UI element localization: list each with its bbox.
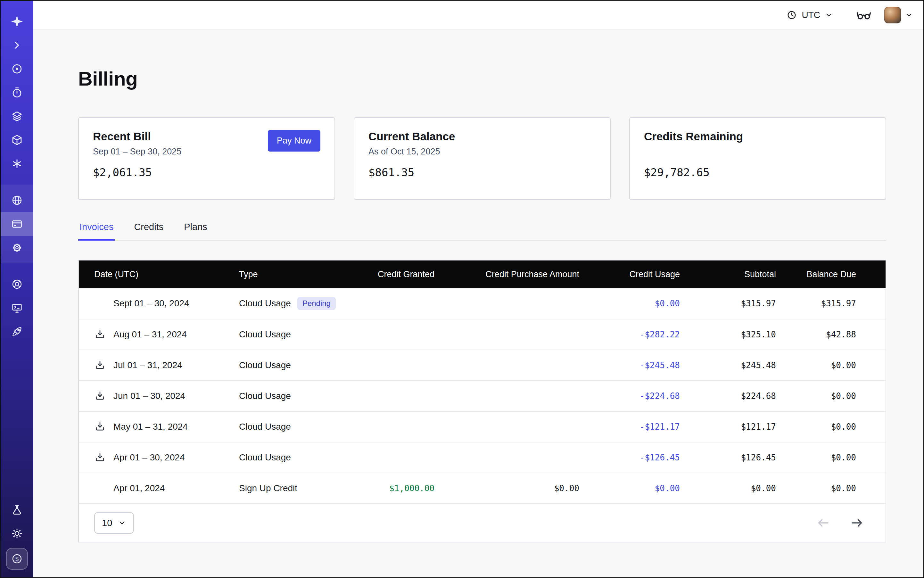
col-header-balance-due: Balance Due: [776, 270, 887, 279]
glasses-icon[interactable]: [856, 9, 872, 21]
subtotal-cell: $245.48: [680, 360, 776, 370]
credit-usage-cell: $0.00: [579, 299, 680, 308]
balance-due-cell: $42.88: [776, 330, 887, 339]
prev-page-button[interactable]: [816, 516, 830, 530]
download-invoice-button[interactable]: [94, 452, 114, 463]
card-period: Sep 01 – Sep 30, 2025: [93, 147, 181, 157]
sun-icon[interactable]: [11, 521, 23, 546]
date-cell: Aug 01 – 31, 2024: [79, 329, 239, 340]
sidebar-account-group: [1, 185, 33, 263]
invoice-type: Cloud Usage: [239, 391, 291, 401]
download-invoice-button[interactable]: [94, 359, 114, 371]
balance-due-cell: $0.00: [776, 453, 887, 462]
table-row: Apr 01, 2024 Sign Up Credit $1,000.00 $0…: [79, 472, 885, 503]
rocket-icon[interactable]: [1, 320, 33, 343]
subtotal-cell: $121.17: [680, 422, 776, 432]
invoice-date: Jun 01 – 30, 2024: [114, 391, 185, 401]
subtotal-cell: $325.10: [680, 330, 776, 339]
table-body: Sept 01 – 30, 2024 Cloud Usage Pending $…: [79, 288, 885, 503]
col-header-type: Type: [239, 270, 354, 279]
pay-now-button[interactable]: Pay Now: [268, 130, 320, 151]
balance-due-cell: $0.00: [776, 422, 887, 432]
asterisk-icon[interactable]: [1, 152, 33, 175]
invoices-table: Date (UTC) Type Credit Granted Credit Pu…: [78, 260, 886, 542]
main-area: UTC Billing Recen: [33, 1, 923, 577]
recent-bill-card: Recent Bill Sep 01 – Sep 30, 2025 Pay No…: [78, 117, 335, 200]
gear-icon[interactable]: [1, 236, 33, 260]
flask-icon[interactable]: [11, 498, 23, 521]
type-cell: Cloud Usage: [239, 422, 354, 432]
date-cell: Apr 01 – 30, 2024: [79, 452, 239, 463]
credit-purchase-cell: $0.00: [434, 484, 579, 493]
sidebar-bottom: $: [1, 498, 33, 577]
invoice-type: Sign Up Credit: [239, 483, 297, 494]
card-as-of: As of Oct 15, 2025: [369, 147, 455, 157]
balance-due-cell: $315.97: [776, 299, 887, 308]
sidebar: $: [1, 1, 33, 577]
monitor-icon[interactable]: [1, 296, 33, 320]
credits-coin-icon[interactable]: $: [6, 548, 28, 570]
clock-icon: [786, 10, 797, 21]
table-row: Jun 01 – 30, 2024 Cloud Usage -$224.68 $…: [79, 380, 885, 411]
download-invoice-button[interactable]: [94, 390, 114, 402]
tab-invoices[interactable]: Invoices: [78, 217, 115, 240]
type-cell: Cloud Usage: [239, 452, 354, 463]
summary-cards: Recent Bill Sep 01 – Sep 30, 2025 Pay No…: [78, 117, 886, 200]
credit-usage-cell: -$282.22: [579, 330, 680, 339]
invoice-date: Apr 01, 2024: [114, 483, 165, 494]
subtotal-cell: $315.97: [680, 299, 776, 308]
timezone-label: UTC: [802, 10, 820, 20]
current-balance-amount: $861.35: [369, 166, 596, 179]
logo-icon[interactable]: [1, 10, 33, 33]
timer-icon[interactable]: [1, 81, 33, 104]
tab-credits[interactable]: Credits: [133, 217, 165, 240]
collapse-sidebar-button[interactable]: [1, 33, 33, 57]
type-cell: Sign Up Credit: [239, 483, 354, 494]
date-cell: Jun 01 – 30, 2024: [79, 390, 239, 402]
cube-icon[interactable]: [1, 128, 33, 152]
download-invoice-button[interactable]: [94, 329, 114, 340]
invoice-date: Apr 01 – 30, 2024: [114, 452, 185, 463]
table-row: Sept 01 – 30, 2024 Cloud Usage Pending $…: [79, 288, 885, 319]
svg-text:$: $: [15, 556, 19, 562]
download-invoice-button[interactable]: [94, 421, 114, 432]
credits-remaining-card: Credits Remaining $29,782.65: [629, 117, 886, 200]
invoice-type: Cloud Usage: [239, 360, 291, 370]
date-cell: May 01 – 31, 2024: [79, 421, 239, 432]
credit-usage-cell: -$245.48: [579, 360, 680, 370]
layers-icon[interactable]: [1, 104, 33, 128]
sidebar-spacer: [1, 343, 33, 498]
col-header-credit-granted: Credit Granted: [354, 270, 434, 279]
credit-usage-cell: -$224.68: [579, 391, 680, 401]
credits-remaining-amount: $29,782.65: [644, 166, 872, 179]
table-footer: 10: [79, 503, 885, 542]
invoice-date: Jul 01 – 31, 2024: [114, 360, 182, 370]
current-balance-card: Current Balance As of Oct 15, 2025 $861.…: [354, 117, 611, 200]
timezone-selector[interactable]: UTC: [786, 10, 833, 21]
date-cell: Sept 01 – 30, 2024: [79, 298, 239, 309]
date-cell: Apr 01, 2024: [79, 482, 239, 494]
lifebuoy-icon[interactable]: [1, 272, 33, 296]
sidebar-item-billing[interactable]: [1, 212, 33, 236]
credit-card-icon: [11, 218, 23, 230]
recent-bill-amount: $2,061.35: [93, 166, 320, 179]
table-row: Jul 01 – 31, 2024 Cloud Usage -$245.48 $…: [79, 349, 885, 380]
invoice-type: Cloud Usage: [239, 452, 291, 463]
type-cell: Cloud Usage: [239, 330, 354, 339]
globe-icon[interactable]: [1, 188, 33, 212]
content: Billing Recent Bill Sep 01 – Sep 30, 202…: [33, 30, 923, 577]
tab-plans[interactable]: Plans: [183, 217, 209, 240]
col-header-credit-usage: Credit Usage: [579, 270, 680, 279]
invoice-type: Cloud Usage: [239, 422, 291, 432]
next-page-button[interactable]: [850, 516, 864, 530]
account-menu[interactable]: [884, 7, 913, 23]
page-size-select[interactable]: 10: [94, 512, 134, 534]
table-row: May 01 – 31, 2024 Cloud Usage -$121.17 $…: [79, 411, 885, 442]
target-icon[interactable]: [1, 57, 33, 81]
col-header-credit-purchase: Credit Purchase Amount: [434, 270, 579, 279]
invoice-date: May 01 – 31, 2024: [114, 422, 188, 432]
table-row: Apr 01 – 30, 2024 Cloud Usage -$126.45 $…: [79, 442, 885, 472]
subtotal-cell: $0.00: [680, 484, 776, 493]
table-header: Date (UTC) Type Credit Granted Credit Pu…: [79, 260, 885, 288]
credit-usage-cell: -$126.45: [579, 453, 680, 462]
